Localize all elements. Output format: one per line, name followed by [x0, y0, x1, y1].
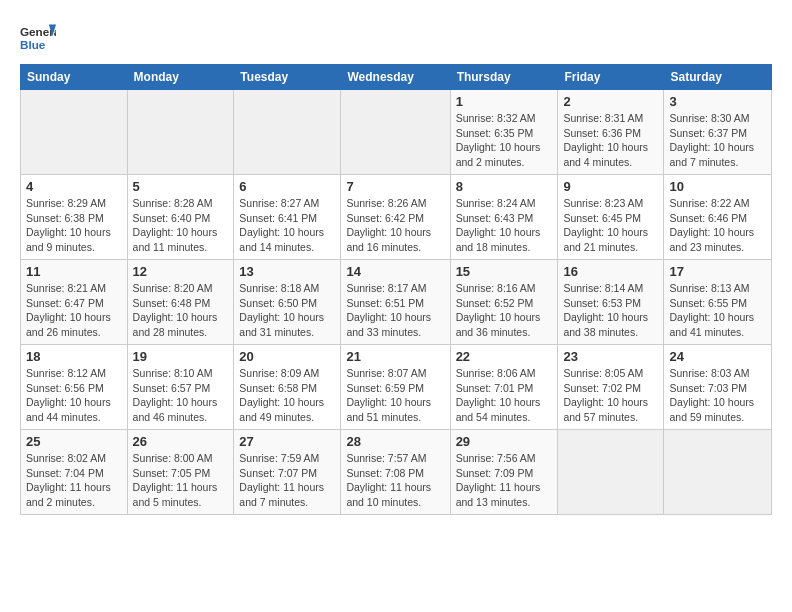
calendar-cell [558, 430, 664, 515]
day-info: Sunrise: 8:21 AM Sunset: 6:47 PM Dayligh… [26, 281, 122, 340]
day-of-week-header: Saturday [664, 65, 772, 90]
calendar-cell: 15Sunrise: 8:16 AM Sunset: 6:52 PM Dayli… [450, 260, 558, 345]
day-number: 12 [133, 264, 229, 279]
calendar-cell [234, 90, 341, 175]
calendar-cell: 23Sunrise: 8:05 AM Sunset: 7:02 PM Dayli… [558, 345, 664, 430]
day-number: 10 [669, 179, 766, 194]
calendar-cell: 25Sunrise: 8:02 AM Sunset: 7:04 PM Dayli… [21, 430, 128, 515]
day-number: 22 [456, 349, 553, 364]
logo: General Blue [20, 20, 60, 56]
calendar-cell: 6Sunrise: 8:27 AM Sunset: 6:41 PM Daylig… [234, 175, 341, 260]
day-number: 21 [346, 349, 444, 364]
day-info: Sunrise: 8:18 AM Sunset: 6:50 PM Dayligh… [239, 281, 335, 340]
day-number: 13 [239, 264, 335, 279]
day-info: Sunrise: 8:00 AM Sunset: 7:05 PM Dayligh… [133, 451, 229, 510]
day-info: Sunrise: 8:02 AM Sunset: 7:04 PM Dayligh… [26, 451, 122, 510]
day-number: 8 [456, 179, 553, 194]
calendar-cell: 11Sunrise: 8:21 AM Sunset: 6:47 PM Dayli… [21, 260, 128, 345]
calendar-cell [21, 90, 128, 175]
calendar-cell: 28Sunrise: 7:57 AM Sunset: 7:08 PM Dayli… [341, 430, 450, 515]
day-of-week-header: Wednesday [341, 65, 450, 90]
calendar-week-row: 18Sunrise: 8:12 AM Sunset: 6:56 PM Dayli… [21, 345, 772, 430]
calendar-cell: 18Sunrise: 8:12 AM Sunset: 6:56 PM Dayli… [21, 345, 128, 430]
calendar-cell [341, 90, 450, 175]
calendar-cell: 27Sunrise: 7:59 AM Sunset: 7:07 PM Dayli… [234, 430, 341, 515]
day-info: Sunrise: 8:12 AM Sunset: 6:56 PM Dayligh… [26, 366, 122, 425]
calendar-table: SundayMondayTuesdayWednesdayThursdayFrid… [20, 64, 772, 515]
calendar-cell: 8Sunrise: 8:24 AM Sunset: 6:43 PM Daylig… [450, 175, 558, 260]
day-info: Sunrise: 8:27 AM Sunset: 6:41 PM Dayligh… [239, 196, 335, 255]
day-info: Sunrise: 8:23 AM Sunset: 6:45 PM Dayligh… [563, 196, 658, 255]
day-number: 25 [26, 434, 122, 449]
calendar-week-row: 1Sunrise: 8:32 AM Sunset: 6:35 PM Daylig… [21, 90, 772, 175]
calendar-week-row: 11Sunrise: 8:21 AM Sunset: 6:47 PM Dayli… [21, 260, 772, 345]
calendar-cell: 19Sunrise: 8:10 AM Sunset: 6:57 PM Dayli… [127, 345, 234, 430]
calendar-cell: 13Sunrise: 8:18 AM Sunset: 6:50 PM Dayli… [234, 260, 341, 345]
day-number: 20 [239, 349, 335, 364]
day-number: 24 [669, 349, 766, 364]
day-info: Sunrise: 7:57 AM Sunset: 7:08 PM Dayligh… [346, 451, 444, 510]
calendar-cell: 2Sunrise: 8:31 AM Sunset: 6:36 PM Daylig… [558, 90, 664, 175]
day-number: 1 [456, 94, 553, 109]
day-of-week-header: Friday [558, 65, 664, 90]
calendar-cell: 17Sunrise: 8:13 AM Sunset: 6:55 PM Dayli… [664, 260, 772, 345]
calendar-cell: 14Sunrise: 8:17 AM Sunset: 6:51 PM Dayli… [341, 260, 450, 345]
day-info: Sunrise: 8:28 AM Sunset: 6:40 PM Dayligh… [133, 196, 229, 255]
calendar-week-row: 25Sunrise: 8:02 AM Sunset: 7:04 PM Dayli… [21, 430, 772, 515]
calendar-cell: 22Sunrise: 8:06 AM Sunset: 7:01 PM Dayli… [450, 345, 558, 430]
day-number: 6 [239, 179, 335, 194]
day-number: 9 [563, 179, 658, 194]
day-info: Sunrise: 8:22 AM Sunset: 6:46 PM Dayligh… [669, 196, 766, 255]
day-of-week-header: Sunday [21, 65, 128, 90]
calendar-cell: 5Sunrise: 8:28 AM Sunset: 6:40 PM Daylig… [127, 175, 234, 260]
day-number: 27 [239, 434, 335, 449]
day-info: Sunrise: 7:59 AM Sunset: 7:07 PM Dayligh… [239, 451, 335, 510]
day-number: 15 [456, 264, 553, 279]
day-number: 7 [346, 179, 444, 194]
day-number: 23 [563, 349, 658, 364]
day-info: Sunrise: 8:29 AM Sunset: 6:38 PM Dayligh… [26, 196, 122, 255]
day-number: 2 [563, 94, 658, 109]
day-of-week-header: Monday [127, 65, 234, 90]
day-info: Sunrise: 8:30 AM Sunset: 6:37 PM Dayligh… [669, 111, 766, 170]
day-number: 3 [669, 94, 766, 109]
calendar-cell: 21Sunrise: 8:07 AM Sunset: 6:59 PM Dayli… [341, 345, 450, 430]
day-info: Sunrise: 8:13 AM Sunset: 6:55 PM Dayligh… [669, 281, 766, 340]
day-info: Sunrise: 7:56 AM Sunset: 7:09 PM Dayligh… [456, 451, 553, 510]
day-number: 4 [26, 179, 122, 194]
day-info: Sunrise: 8:14 AM Sunset: 6:53 PM Dayligh… [563, 281, 658, 340]
calendar-cell: 10Sunrise: 8:22 AM Sunset: 6:46 PM Dayli… [664, 175, 772, 260]
day-number: 18 [26, 349, 122, 364]
day-info: Sunrise: 8:31 AM Sunset: 6:36 PM Dayligh… [563, 111, 658, 170]
svg-text:Blue: Blue [20, 38, 46, 51]
day-info: Sunrise: 8:10 AM Sunset: 6:57 PM Dayligh… [133, 366, 229, 425]
calendar-cell: 26Sunrise: 8:00 AM Sunset: 7:05 PM Dayli… [127, 430, 234, 515]
calendar-cell [664, 430, 772, 515]
calendar-week-row: 4Sunrise: 8:29 AM Sunset: 6:38 PM Daylig… [21, 175, 772, 260]
day-number: 17 [669, 264, 766, 279]
day-info: Sunrise: 8:26 AM Sunset: 6:42 PM Dayligh… [346, 196, 444, 255]
calendar-cell: 20Sunrise: 8:09 AM Sunset: 6:58 PM Dayli… [234, 345, 341, 430]
day-number: 29 [456, 434, 553, 449]
day-of-week-header: Tuesday [234, 65, 341, 90]
day-info: Sunrise: 8:05 AM Sunset: 7:02 PM Dayligh… [563, 366, 658, 425]
day-number: 28 [346, 434, 444, 449]
day-info: Sunrise: 8:32 AM Sunset: 6:35 PM Dayligh… [456, 111, 553, 170]
calendar-cell: 4Sunrise: 8:29 AM Sunset: 6:38 PM Daylig… [21, 175, 128, 260]
day-number: 26 [133, 434, 229, 449]
day-info: Sunrise: 8:24 AM Sunset: 6:43 PM Dayligh… [456, 196, 553, 255]
calendar-cell: 7Sunrise: 8:26 AM Sunset: 6:42 PM Daylig… [341, 175, 450, 260]
day-info: Sunrise: 8:20 AM Sunset: 6:48 PM Dayligh… [133, 281, 229, 340]
calendar-cell: 3Sunrise: 8:30 AM Sunset: 6:37 PM Daylig… [664, 90, 772, 175]
day-info: Sunrise: 8:07 AM Sunset: 6:59 PM Dayligh… [346, 366, 444, 425]
day-number: 16 [563, 264, 658, 279]
calendar-cell: 16Sunrise: 8:14 AM Sunset: 6:53 PM Dayli… [558, 260, 664, 345]
calendar-cell: 9Sunrise: 8:23 AM Sunset: 6:45 PM Daylig… [558, 175, 664, 260]
day-of-week-header: Thursday [450, 65, 558, 90]
day-number: 5 [133, 179, 229, 194]
calendar-cell: 1Sunrise: 8:32 AM Sunset: 6:35 PM Daylig… [450, 90, 558, 175]
day-number: 14 [346, 264, 444, 279]
calendar-cell: 24Sunrise: 8:03 AM Sunset: 7:03 PM Dayli… [664, 345, 772, 430]
day-info: Sunrise: 8:09 AM Sunset: 6:58 PM Dayligh… [239, 366, 335, 425]
day-info: Sunrise: 8:16 AM Sunset: 6:52 PM Dayligh… [456, 281, 553, 340]
